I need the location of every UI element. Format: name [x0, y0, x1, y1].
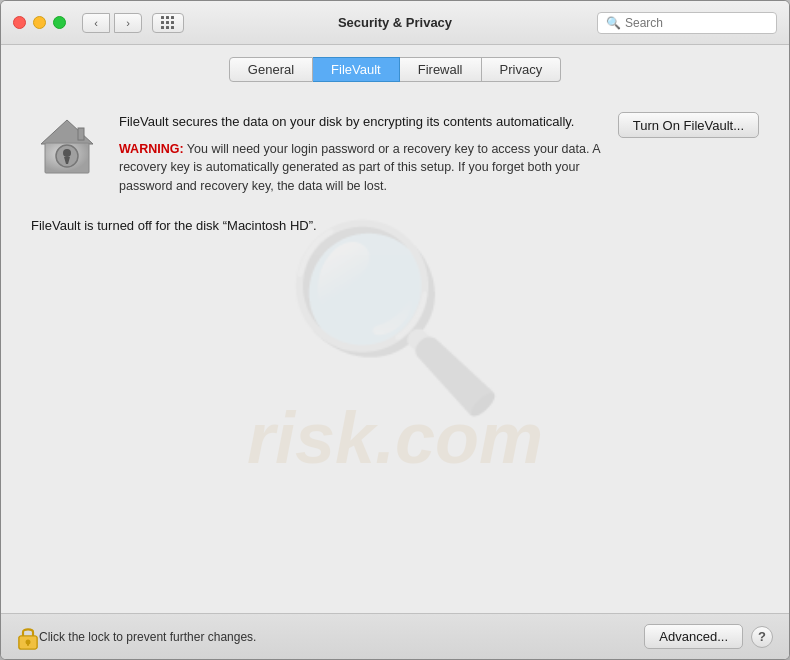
main-panel: FileVault secures the data on your disk …	[31, 112, 759, 233]
filevault-status-text: FileVault is turned off for the disk “Ma…	[31, 218, 759, 233]
warning-block: WARNING: You will need your login passwo…	[119, 140, 602, 196]
window-title: Security & Privacy	[338, 15, 452, 30]
search-icon: 🔍	[606, 16, 621, 30]
forward-button[interactable]: ›	[114, 13, 142, 33]
turn-on-filevault-button[interactable]: Turn On FileVault...	[618, 112, 759, 138]
tab-privacy[interactable]: Privacy	[482, 57, 562, 82]
description-block: FileVault secures the data on your disk …	[119, 112, 602, 196]
lock-icon-wrapper[interactable]	[17, 624, 39, 650]
svg-rect-5	[78, 128, 84, 140]
warning-text: You will need your login password or a r…	[119, 142, 600, 194]
filevault-icon	[31, 112, 103, 184]
lock-bottom-text: Click the lock to prevent further change…	[39, 630, 256, 644]
help-button[interactable]: ?	[751, 626, 773, 648]
warning-label: WARNING:	[119, 142, 184, 156]
watermark-icon: 🔍	[283, 227, 508, 407]
lock-icon	[17, 624, 39, 650]
house-svg	[31, 112, 103, 184]
watermark-text: risk.com	[247, 397, 543, 479]
tab-general[interactable]: General	[229, 57, 313, 82]
svg-point-3	[63, 149, 71, 157]
svg-marker-0	[41, 120, 93, 144]
maximize-button[interactable]	[53, 16, 66, 29]
back-button[interactable]: ‹	[82, 13, 110, 33]
grid-button[interactable]	[152, 13, 184, 33]
content-area: 🔍 risk.com	[1, 92, 789, 613]
tab-firewall[interactable]: Firewall	[400, 57, 482, 82]
grid-icon	[161, 16, 175, 30]
window: ‹ › Security & Privacy 🔍 General FileVau…	[0, 0, 790, 660]
close-button[interactable]	[13, 16, 26, 29]
description-text: FileVault secures the data on your disk …	[119, 112, 602, 132]
advanced-button[interactable]: Advanced...	[644, 624, 743, 649]
bottombar: Click the lock to prevent further change…	[1, 613, 789, 659]
nav-buttons: ‹ ›	[82, 13, 142, 33]
tab-filevault[interactable]: FileVault	[313, 57, 400, 82]
search-input[interactable]	[625, 16, 768, 30]
svg-rect-9	[27, 642, 29, 646]
titlebar: ‹ › Security & Privacy 🔍	[1, 1, 789, 45]
traffic-lights	[13, 16, 66, 29]
search-box[interactable]: 🔍	[597, 12, 777, 34]
tabs-row: General FileVault Firewall Privacy	[1, 45, 789, 92]
top-section: FileVault secures the data on your disk …	[31, 112, 759, 196]
minimize-button[interactable]	[33, 16, 46, 29]
